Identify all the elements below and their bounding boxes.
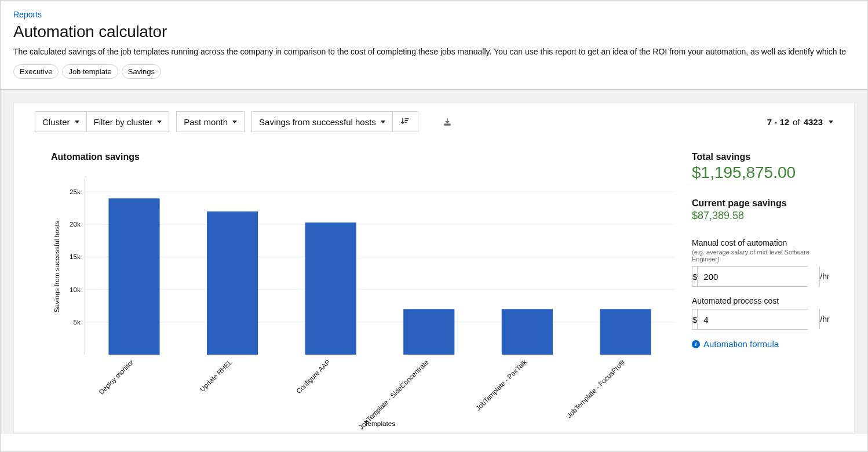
total-savings-value: $1,195,875.00 bbox=[692, 163, 831, 182]
download-button[interactable] bbox=[437, 111, 458, 132]
bar[interactable] bbox=[207, 212, 258, 355]
caret-down-icon bbox=[157, 121, 162, 123]
page-description: The calculated savings of the job templa… bbox=[13, 47, 855, 56]
sidebar: Total savings $1,195,875.00 Current page… bbox=[692, 152, 843, 433]
svg-text:Templates: Templates bbox=[364, 420, 396, 427]
bar[interactable] bbox=[502, 309, 553, 355]
bar[interactable] bbox=[600, 309, 651, 355]
currency-addon: $ bbox=[692, 309, 698, 329]
sort-icon bbox=[400, 117, 410, 126]
caret-down-icon bbox=[381, 121, 385, 123]
date-range-label: Past month bbox=[184, 117, 228, 127]
chart-area: Automation savings 5k10k15k20k25kDeploy … bbox=[25, 152, 692, 433]
metric-select[interactable]: Savings from successful hosts bbox=[251, 111, 393, 132]
cluster-attribute-select[interactable]: Cluster bbox=[35, 111, 86, 132]
breadcrumb-reports-link[interactable]: Reports bbox=[13, 10, 42, 19]
svg-text:15k: 15k bbox=[70, 253, 81, 260]
page-header: Reports Automation calculator The calcul… bbox=[1, 1, 867, 90]
manual-cost-input[interactable] bbox=[698, 267, 819, 286]
pagination-range: 7 - 12 bbox=[767, 117, 789, 127]
auto-cost-input[interactable] bbox=[698, 309, 819, 329]
svg-text:Deploy monitor: Deploy monitor bbox=[97, 358, 135, 396]
download-icon bbox=[443, 117, 452, 126]
per-hr-addon: /hr bbox=[819, 309, 829, 329]
pagination-of: of bbox=[793, 117, 800, 127]
filter-by-cluster-label: Filter by cluster bbox=[94, 117, 153, 127]
breadcrumb: Reports bbox=[13, 10, 855, 19]
svg-text:Configure AAP: Configure AAP bbox=[294, 358, 331, 395]
tag-executive[interactable]: Executive bbox=[13, 64, 59, 79]
info-icon: i bbox=[692, 340, 700, 348]
report-card: Cluster Filter by cluster Past month Sav… bbox=[13, 103, 855, 434]
svg-text:JobTemplate - PairTalk: JobTemplate - PairTalk bbox=[474, 358, 528, 412]
metric-label: Savings from successful hosts bbox=[259, 117, 376, 127]
cluster-attribute-label: Cluster bbox=[42, 117, 70, 127]
pagination: 7 - 12 of 4323 bbox=[767, 117, 833, 127]
bar[interactable] bbox=[305, 223, 356, 355]
manual-cost-label: Manual cost of automation bbox=[692, 238, 831, 247]
total-savings-label: Total savings bbox=[692, 152, 831, 162]
automation-formula-link[interactable]: Automation formula bbox=[703, 339, 779, 349]
svg-text:25k: 25k bbox=[70, 188, 81, 195]
currency-addon: $ bbox=[692, 267, 698, 286]
svg-text:Savings from successful hosts: Savings from successful hosts bbox=[53, 221, 60, 312]
auto-cost-input-group: $ /hr bbox=[692, 309, 808, 330]
manual-cost-input-group: $ /hr bbox=[692, 266, 808, 287]
toolbar: Cluster Filter by cluster Past month Sav… bbox=[14, 103, 854, 140]
svg-text:10k: 10k bbox=[70, 286, 81, 293]
caret-down-icon bbox=[232, 121, 237, 123]
sort-button[interactable] bbox=[393, 111, 418, 132]
manual-cost-sublabel: (e.g. average salary of mid-level Softwa… bbox=[692, 249, 831, 263]
tag-job-template[interactable]: Job template bbox=[62, 64, 118, 79]
per-hr-addon: /hr bbox=[819, 267, 829, 286]
bar-chart: 5k10k15k20k25kDeploy monitorUpdate RHELC… bbox=[51, 170, 680, 431]
filter-by-cluster-select[interactable]: Filter by cluster bbox=[86, 111, 170, 132]
bar[interactable] bbox=[108, 198, 159, 355]
caret-down-icon bbox=[75, 121, 79, 123]
tags-row: Executive Job template Savings bbox=[13, 64, 855, 79]
svg-text:5k: 5k bbox=[73, 318, 81, 326]
svg-text:20k: 20k bbox=[70, 220, 81, 228]
pagination-total: 4323 bbox=[804, 117, 823, 127]
svg-text:JobTemplate - FocusProfit: JobTemplate - FocusProfit bbox=[565, 358, 626, 419]
caret-down-icon[interactable] bbox=[829, 121, 833, 123]
chart-title: Automation savings bbox=[51, 152, 680, 162]
date-range-select[interactable]: Past month bbox=[176, 111, 245, 132]
auto-cost-label: Automated process cost bbox=[692, 296, 831, 305]
bar[interactable] bbox=[403, 309, 454, 355]
page-savings-label: Current page savings bbox=[692, 198, 831, 209]
tag-savings[interactable]: Savings bbox=[122, 64, 161, 79]
page-savings-value: $87,389.58 bbox=[692, 210, 831, 222]
page-title: Automation calculator bbox=[13, 23, 855, 41]
svg-text:Update RHEL: Update RHEL bbox=[198, 358, 234, 393]
